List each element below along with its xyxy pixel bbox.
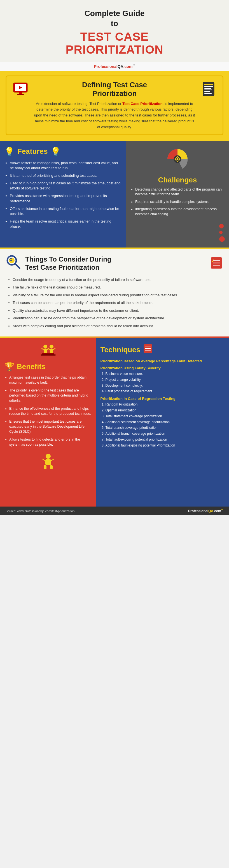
list-item: Used to run high priority test cases as … [10, 181, 122, 191]
svg-rect-8 [204, 88, 211, 89]
list-item: Ensures that the most important test cas… [9, 419, 92, 434]
trophy-icon: 🏆 [4, 362, 14, 372]
list-item: Total branch coverage prioritization [106, 426, 225, 430]
svg-point-38 [46, 454, 51, 459]
monitor-left-icon: ▶ [12, 81, 29, 101]
svg-rect-7 [204, 86, 213, 87]
consider-section: Things To Consider DuringTest Case Prior… [0, 248, 229, 337]
svg-rect-9 [204, 90, 212, 90]
techniques-header: Techniques [101, 344, 225, 355]
features-challenges-row: 💡 Features 💡 Allows testers to manage ri… [0, 141, 229, 248]
list-item: Additional branch coverage prioritizatio… [106, 431, 225, 436]
svg-rect-33 [50, 349, 53, 353]
checklist-techniques-icon [143, 344, 153, 355]
list-item: Fault proneness of requirement. [106, 389, 225, 394]
list-item: Prioritization can also be done from the… [12, 315, 223, 321]
list-item: Visibility of a failure for the end user… [12, 292, 223, 298]
benefits-header: 🏆 Benefits [4, 362, 92, 372]
brand-text: ProfessionalQA.com™ [94, 64, 135, 69]
svg-line-30 [42, 348, 44, 350]
header-section: Complete Guide to TEST CASEPRIORITIZATIO… [0, 0, 229, 62]
svg-line-35 [53, 348, 55, 350]
svg-point-32 [49, 345, 53, 348]
list-item: Provides assistance with regression test… [10, 193, 122, 204]
svg-rect-40 [44, 465, 46, 469]
svg-rect-11 [204, 93, 212, 94]
svg-rect-37 [41, 354, 56, 355]
techniques-section: Techniques Prioritization Based on Avera… [96, 338, 229, 506]
list-item: Development complexity. [106, 383, 225, 388]
technique-2-label: Prioritization Using Faulty Severity [101, 366, 225, 370]
techniques-title: Techniques [101, 345, 141, 354]
header-line2: to [6, 19, 223, 29]
challenges-title: Challenges [130, 176, 225, 184]
list-item: Total fault-exposing potential prioritiz… [106, 437, 225, 442]
features-list: Allows testers to manage risks, plan tes… [4, 160, 122, 229]
consider-list: Consider the usage frequency of a functi… [6, 277, 223, 329]
technique-2-list: Business value measure. Project change v… [101, 372, 225, 394]
list-item: Allows testers to manage risks, plan tes… [10, 160, 122, 170]
svg-text:▶: ▶ [19, 85, 23, 90]
notepad-right-icon [200, 81, 217, 101]
defining-title: Defining Test CasePrioritization [33, 81, 196, 98]
svg-rect-36 [42, 353, 54, 354]
defining-inner: ▶ Defining Test CasePrioritization An ex… [6, 75, 223, 135]
list-item: Additional fault-exposing potential Prio… [106, 443, 225, 448]
svg-rect-29 [44, 349, 47, 353]
person-bottom-icon [4, 453, 92, 471]
list-item: Enhance the effectiveness of the product… [9, 406, 92, 416]
list-item: Total statement coverage prioritization [106, 414, 225, 419]
svg-point-15 [176, 158, 178, 160]
list-item: The failure risks of the test cases shou… [12, 285, 223, 290]
red-dots-decoration [219, 224, 225, 242]
list-item: Integrating seamlessly into the developm… [135, 207, 225, 217]
list-item: Areas with complex coding and past histo… [12, 323, 223, 329]
list-item: Offers assistance in correcting faults e… [10, 206, 122, 216]
list-item: Business value measure. [106, 372, 225, 376]
list-item: Optimal Prioritization [106, 408, 225, 413]
consider-header: Things To Consider DuringTest Case Prior… [6, 254, 223, 273]
technique-1-label: Prioritization Based on Average Percenta… [101, 359, 225, 363]
list-item: It is a method of prioritizing and sched… [10, 173, 122, 178]
defining-content: Defining Test CasePrioritization An exte… [33, 81, 196, 130]
challenges-list: Detecting change and affected parts of t… [130, 187, 225, 217]
benefits-section: 🏆 Benefits Arranges test cases in that o… [0, 338, 96, 506]
list-item: Requires scalability to handle complex s… [135, 199, 225, 205]
challenges-section: Challenges Detecting change and affected… [126, 141, 229, 248]
pie-chart [165, 147, 190, 172]
list-item: Allows testers to find defects and error… [9, 437, 92, 447]
footer-brand: ProfessionalQA.com™ [188, 509, 223, 513]
svg-point-28 [43, 345, 47, 348]
svg-rect-39 [45, 459, 51, 465]
list-item: Additional statement coverage prioritiza… [106, 420, 225, 425]
benefits-techniques-row: 🏆 Benefits Arranges test cases in that o… [0, 338, 229, 506]
header-line1: Complete Guide [6, 8, 223, 19]
list-item: Arranges test cases in that order that h… [9, 375, 92, 385]
features-title: Features [17, 147, 48, 156]
bulb-left-icon: 💡 [4, 147, 14, 156]
svg-rect-10 [204, 91, 210, 92]
svg-rect-41 [50, 465, 53, 469]
footer-source: Source: www.professionalqa.com/test-prio… [6, 509, 74, 513]
defining-section: ▶ Defining Test CasePrioritization An ex… [0, 71, 229, 141]
list-item: The priority is given to the test cases … [9, 388, 92, 403]
benefits-list: Arranges test cases in that order that h… [4, 375, 92, 447]
list-item: Random Prioritization [106, 402, 225, 407]
technique-3-list: Random Prioritization Optimal Prioritiza… [101, 402, 225, 447]
footer-section: Source: www.professionalqa.com/test-prio… [0, 506, 229, 515]
features-header: 💡 Features 💡 [4, 147, 122, 156]
magnifier-icon [6, 254, 21, 273]
list-item: Project change volatility. [106, 377, 225, 382]
svg-line-42 [43, 459, 45, 461]
brand-bar: ProfessionalQA.com™ [0, 62, 229, 71]
svg-line-43 [51, 459, 54, 461]
checklist-icon [209, 256, 223, 271]
list-item: Consider the usage frequency of a functi… [12, 277, 223, 283]
list-item: Detecting change and affected parts of t… [135, 187, 225, 197]
benefits-title: Benefits [17, 362, 46, 371]
header-title-main: TEST CASEPRIORITIZATION [6, 30, 223, 56]
consider-title: Things To Consider DuringTest Case Prior… [25, 255, 111, 272]
svg-line-21 [15, 264, 20, 268]
svg-rect-3 [17, 94, 24, 95]
technique-3-label: Prioritization in Case of Regression Tes… [101, 397, 225, 401]
